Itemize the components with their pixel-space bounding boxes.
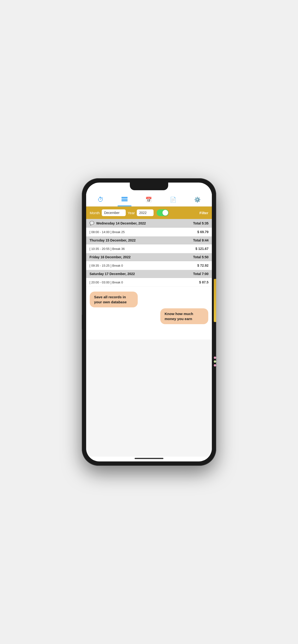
day-total-sat: Total 7:00 xyxy=(193,272,209,276)
record-time-fri-1: [ 09:35 - 15:25 ] Break 0 xyxy=(89,264,123,268)
timer-icon: ⏱ xyxy=(97,196,104,204)
record-amount-sat-1: $ 87.5 xyxy=(199,280,209,284)
notes-icon: 📄 xyxy=(170,197,176,203)
record-row-fri-1[interactable]: [ 09:35 - 15:25 ] Break 0 $ 72.92 xyxy=(86,261,212,270)
app-content: ⏱ 📅 xyxy=(86,192,212,457)
records-list: 💬 Wednesday 14 December, 2022 Total 5:35… xyxy=(86,219,212,287)
day-total-thu: Total 9:44 xyxy=(193,238,209,242)
filter-bar: Month Year Filter xyxy=(86,206,212,219)
filter-toggle[interactable] xyxy=(157,210,169,216)
record-time-sat-1: [ 20:00 - 03:00 ] Break 0 xyxy=(89,280,123,284)
phone-screen: ⏱ 📅 xyxy=(86,182,212,462)
record-amount-wed-1: $ 69.79 xyxy=(197,230,209,234)
day-name-thu: Thursday 15 December, 2022 xyxy=(89,238,135,242)
side-button xyxy=(82,315,85,329)
bubble-know-money: Know how much money you earn xyxy=(160,308,208,324)
tab-notes[interactable]: 📄 xyxy=(166,196,180,204)
home-indicator xyxy=(135,458,163,459)
filter-label-text: Filter xyxy=(199,211,208,215)
tab-timer[interactable]: ⏱ xyxy=(94,195,107,204)
day-header-left-wed: 💬 Wednesday 14 December, 2022 xyxy=(89,221,146,226)
record-row-wed-1[interactable]: [ 08:00 - 14:00 ] Break 25 $ 69.79 xyxy=(86,228,212,236)
record-row-sat-1[interactable]: [ 20:00 - 03:00 ] Break 0 $ 87.5 xyxy=(86,278,212,287)
record-amount-thu-1: $ 121.67 xyxy=(196,247,209,250)
settings-icon: ⚙️ xyxy=(194,197,201,203)
day-total-fri: Total 5:50 xyxy=(193,255,209,259)
tab-settings[interactable]: ⚙️ xyxy=(190,196,204,204)
record-time-thu-1: [ 10:35 - 20:55 ] Break 36 xyxy=(89,247,125,250)
svg-rect-2 xyxy=(121,200,128,201)
phone-shell: ⏱ 📅 xyxy=(82,178,216,466)
day-total-wed: Total 5:35 xyxy=(193,222,209,225)
day-header-fri: Friday 16 December, 2022 Total 5:50 xyxy=(86,253,212,261)
svg-rect-1 xyxy=(121,198,128,200)
page-wrapper: ⏱ 📅 xyxy=(75,161,224,483)
bubble-save-records: Save all records in your own database xyxy=(90,292,138,308)
year-label: Year xyxy=(128,211,135,215)
day-header-left-fri: Friday 16 December, 2022 xyxy=(89,255,130,259)
month-label: Month xyxy=(90,211,100,215)
day-header-wed: 💬 Wednesday 14 December, 2022 Total 5:35 xyxy=(86,219,212,228)
tab-bar: ⏱ 📅 xyxy=(86,192,212,206)
day-header-left-sat: Saturday 17 December, 2022 xyxy=(89,272,135,276)
day-name-sat: Saturday 17 December, 2022 xyxy=(89,272,135,276)
year-input[interactable] xyxy=(137,210,154,216)
right-deco-yellow xyxy=(214,279,216,322)
notch xyxy=(130,182,168,190)
svg-rect-0 xyxy=(121,197,128,198)
record-amount-fri-1: $ 72.92 xyxy=(197,264,209,268)
calendar-icon: 📅 xyxy=(145,197,152,203)
day-name-wed: Wednesday 14 December, 2022 xyxy=(96,222,146,225)
day-name-fri: Friday 16 December, 2022 xyxy=(89,255,130,259)
note-icon-wed: 💬 xyxy=(89,221,94,226)
right-deco-pink xyxy=(214,356,216,428)
annotations-area: Save all records in your own database Kn… xyxy=(86,287,212,340)
record-time-wed-1: [ 08:00 - 14:00 ] Break 25 xyxy=(89,230,125,234)
day-header-left-thu: Thursday 15 December, 2022 xyxy=(89,238,135,242)
tab-list[interactable] xyxy=(117,196,131,204)
tab-calendar[interactable]: 📅 xyxy=(141,196,156,204)
day-header-thu: Thursday 15 December, 2022 Total 9:44 xyxy=(86,236,212,244)
record-row-thu-1[interactable]: [ 10:35 - 20:55 ] Break 36 $ 121.67 xyxy=(86,244,212,253)
day-header-sat: Saturday 17 December, 2022 Total 7:00 xyxy=(86,270,212,278)
list-icon xyxy=(121,196,128,203)
month-input[interactable] xyxy=(102,210,126,216)
